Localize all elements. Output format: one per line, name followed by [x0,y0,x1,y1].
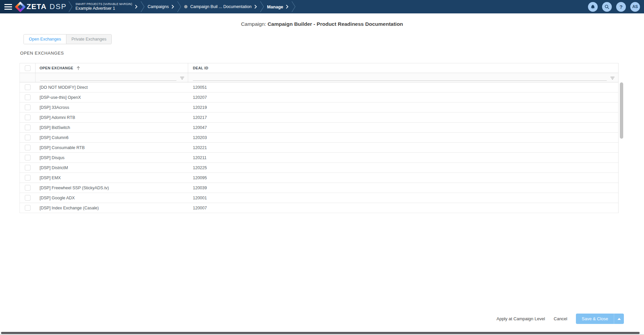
row-checkbox[interactable] [25,84,31,90]
cancel-button[interactable]: Cancel [554,316,567,321]
chevron-right-icon [171,5,174,9]
column-header-deal-id[interactable]: DEAL ID [188,63,618,73]
table-row: [DSP] Google ADX 120001 [20,193,618,203]
breadcrumb-separator-icon [291,1,296,12]
breadcrumb-advertiser-label: Example Advertiser 1 [75,6,132,11]
open-exchange-cell: [DSP] 33Across [36,103,188,112]
help-icon[interactable]: ? [616,2,626,12]
table-row: [DSP] Disqus 120211 [20,153,618,163]
open-exchange-filter-input[interactable] [40,75,176,81]
table-body: [DO NOT MODIFY] Direct 120051 [DSP-use-t… [20,82,618,213]
table-filter-row [20,73,618,82]
table-header-row: OPEN EXCHANGE DEAL ID [20,63,618,73]
deal-id-filter-input[interactable] [193,75,607,81]
page-title-prefix: Campaign: [241,21,266,27]
table-row: [DSP] BidSwitch 120047 [20,123,618,133]
open-exchanges-table: OPEN EXCHANGE DEAL ID [19,63,619,213]
open-exchange-cell: [DSP] Column6 [36,133,188,142]
breadcrumb-separator-icon [177,1,181,12]
open-exchange-cell: [DSP] BidSwitch [36,123,188,132]
row-checkbox[interactable] [25,125,31,130]
deal-id-cell: 120221 [188,143,618,152]
breadcrumb-manage[interactable]: Manage [266,4,290,9]
hamburger-menu-icon[interactable] [4,4,12,10]
deal-id-cell: 120001 [188,193,618,203]
row-checkbox[interactable] [25,145,31,150]
open-exchange-cell: [DSP] Adomni RTB [36,113,188,122]
breadcrumb-project-label: SMART PROJECTS (VARIABLE MARGIN) [75,3,132,6]
table-row: [DSP] Index Exchange (Casale) 120007 [20,203,618,213]
topbar-actions: ? AS [588,2,640,12]
row-checkbox[interactable] [25,135,31,140]
table-row: [DSP] DistrictM 120225 [20,163,618,173]
breadcrumb-campaign[interactable]: Campaign Buil ... Documentation [183,4,258,9]
open-exchange-cell: [DSP] Index Exchange (Casale) [36,203,188,213]
search-icon[interactable] [602,2,612,12]
row-checkbox[interactable] [25,195,31,201]
footer-action-bar: Apply at Campaign Level Cancel Save & Cl… [496,314,624,324]
open-exchange-cell: [DO NOT MODIFY] Direct [36,82,188,92]
deal-id-cell: 120039 [188,183,618,193]
zeta-diamond-icon [15,1,26,12]
table-scrollbar-track[interactable] [620,82,623,212]
deal-id-cell: 120211 [188,153,618,162]
deal-id-cell: 120217 [188,113,618,122]
open-exchange-cell: [DSP] Consumable RTB [36,143,188,152]
deal-id-cell: 120203 [188,133,618,142]
table-row: [DSP] 33Across 120219 [20,103,618,113]
deal-id-cell: 120051 [188,82,618,92]
column-header-open-exchange[interactable]: OPEN EXCHANGE [36,63,188,73]
deal-id-cell: 120219 [188,103,618,112]
row-checkbox[interactable] [25,155,31,160]
save-options-caret-button[interactable] [614,314,624,324]
open-exchange-cell: [DSP] EMX [36,173,188,183]
save-and-close-split-button: Save & Close [576,314,624,324]
row-checkbox[interactable] [25,94,31,100]
user-avatar[interactable]: AS [630,2,640,12]
apply-at-campaign-level-button[interactable]: Apply at Campaign Level [496,316,545,321]
caret-up-icon [618,318,621,320]
table-scrollbar-thumb[interactable] [620,82,623,139]
row-checkbox[interactable] [25,205,31,211]
deal-id-cell: 120207 [188,92,618,102]
notifications-bell-icon[interactable] [588,2,598,12]
row-checkbox[interactable] [25,105,31,110]
open-exchange-cell: [DSP] Freewheel SSP (StickyADS.tv) [36,183,188,193]
table-row: [DSP-use-this] OpenX 120207 [20,92,618,103]
exchange-tabs: Open Exchanges Private Exchanges [23,34,112,44]
breadcrumb-advertiser[interactable]: SMART PROJECTS (VARIABLE MARGIN) Example… [74,3,139,11]
filter-icon[interactable] [610,76,615,80]
open-exchange-cell: [DSP] Google ADX [36,193,188,203]
window-bottom-edge [1,332,640,334]
top-navigation-bar: ZETA DSP SMART PROJECTS (VARIABLE MARGIN… [0,0,644,13]
deal-id-cell: 120047 [188,123,618,132]
section-heading: OPEN EXCHANGES [20,51,64,56]
zeta-dsp-logo[interactable]: ZETA DSP [16,2,67,11]
sort-ascending-icon [76,66,80,70]
row-checkbox[interactable] [25,185,31,191]
tab-open-exchanges[interactable]: Open Exchanges [24,35,66,44]
save-and-close-button[interactable]: Save & Close [576,314,614,324]
select-all-checkbox[interactable] [25,65,31,71]
brand-dsp-text: DSP [50,2,67,11]
breadcrumb-campaigns[interactable]: Campaigns [146,4,175,9]
table-row: [DO NOT MODIFY] Direct 120051 [20,82,618,92]
breadcrumb-separator-icon [68,1,73,12]
table-row: [DSP] Column6 120203 [20,133,618,143]
open-exchange-cell: [DSP] DistrictM [36,163,188,173]
campaign-status-dot-icon [184,5,187,8]
tab-private-exchanges[interactable]: Private Exchanges [66,35,111,44]
row-checkbox[interactable] [25,165,31,171]
campaign-name: Campaign Builder - Product Readiness Doc… [268,21,403,27]
filter-icon[interactable] [180,76,184,80]
deal-id-cell: 120095 [188,173,618,183]
row-checkbox[interactable] [25,115,31,120]
chevron-right-icon [135,5,138,9]
brand-zeta-text: ZETA [26,2,47,11]
table-row: [DSP] Freewheel SSP (StickyADS.tv) 12003… [20,183,618,193]
row-checkbox[interactable] [25,175,31,181]
breadcrumb-separator-icon [140,1,145,12]
app-window: ZETA DSP SMART PROJECTS (VARIABLE MARGIN… [0,0,644,334]
breadcrumb-separator-icon [260,1,264,12]
chevron-right-icon [254,5,257,9]
